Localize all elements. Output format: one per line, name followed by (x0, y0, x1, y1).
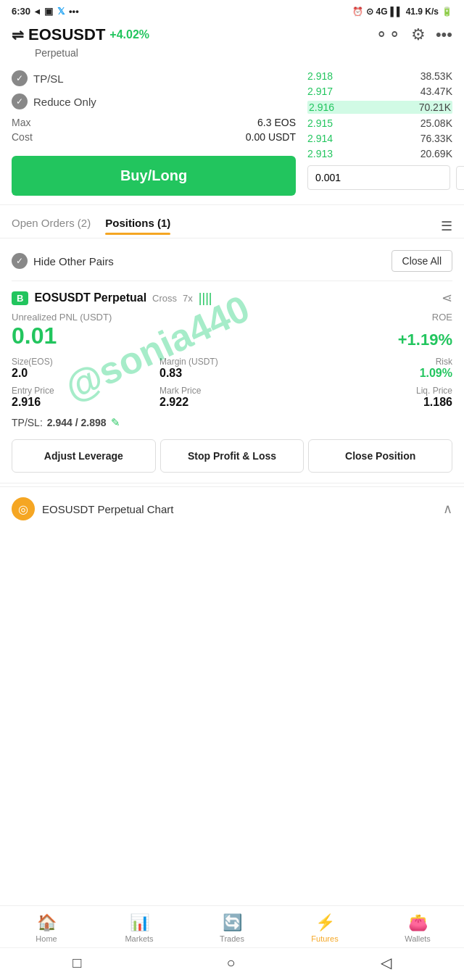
ob-price-3: 2.916 (309, 101, 334, 113)
status-left: 6:30 ◂ ▣ 𝕏 ••• (12, 6, 79, 17)
arrow-icon: ◂ (35, 6, 40, 17)
order-form: ✓ TP/SL ✓ Reduce Only Max 6.3 EOS Cost 0… (12, 70, 296, 196)
close-all-button[interactable]: Close All (392, 250, 452, 272)
status-time: 6:30 (12, 6, 30, 17)
spacer (0, 531, 464, 618)
tpsl-edit-icon[interactable]: ✎ (111, 416, 120, 429)
battery-icon: 🔋 (442, 7, 452, 17)
buy-long-button[interactable]: Buy/Long (12, 156, 296, 196)
symbol-name[interactable]: EOSUSDT (28, 25, 105, 44)
people-icon[interactable]: ⚬⚬ (375, 25, 401, 44)
divider-3 (0, 483, 464, 483)
tabs-row: Open Orders (2) Positions (1) ☰ (0, 208, 464, 235)
risk-metric: Risk 1.09% (307, 357, 452, 380)
order-book: 2.918 38.53K 2.917 43.47K 2.916 70.21K 2… (307, 70, 452, 196)
tpsl-label: TP/SL (33, 72, 64, 85)
status-right: ⏰ ⊙ 4G ▌▌ 41.9 K/s 🔋 (352, 7, 452, 17)
max-label: Max (12, 117, 30, 128)
risk-value: 1.09% (307, 367, 452, 380)
settings-icon[interactable]: ⚙ (411, 25, 426, 44)
tab-open-orders[interactable]: Open Orders (2) (12, 217, 91, 235)
signal-bars-icon: ▌▌ (391, 7, 403, 17)
mark-price-value: 2.922 (160, 396, 304, 409)
liq-price-value: 1.186 (307, 396, 452, 409)
ob-price-2: 2.917 (307, 86, 333, 97)
circle-btn[interactable]: ○ (226, 955, 235, 971)
size-label: Size(EOS) (12, 357, 157, 367)
alarm-icon: ⏰ (352, 7, 363, 17)
ob-size-5: 76.33K (420, 133, 452, 144)
mark-price-label: Mark Price (160, 386, 304, 396)
pnl-section: Unrealized PNL (USDT) ROE 0.01 +1.19% (12, 312, 452, 349)
main-content: ✓ TP/SL ✓ Reduce Only Max 6.3 EOS Cost 0… (0, 65, 464, 202)
futures-icon: ⚡ (315, 913, 335, 932)
margin-metric: Margin (USDT) 0.83 (160, 357, 304, 380)
symbol-type: Perpetual (0, 47, 464, 65)
max-row: Max 6.3 EOS (12, 117, 296, 128)
risk-label: Risk (307, 357, 452, 367)
cross-label: Cross (152, 293, 177, 304)
tpsl-checkbox[interactable]: ✓ (12, 70, 28, 86)
nav-item-home[interactable]: 🏠 Home (25, 913, 68, 943)
chart-label: EOSUSDT Perpetual Chart (42, 503, 173, 515)
ob-size-2: 43.47K (420, 86, 452, 97)
nav-items: 🏠 Home 📊 Markets 🔄 Trades ⚡ Futures 👛 Wa… (0, 906, 464, 947)
futures-label: Futures (311, 934, 338, 943)
action-buttons: Adjust Leverage Stop Profit & Loss Close… (12, 439, 452, 473)
entry-price-label: Entry Price (12, 386, 157, 396)
back-btn[interactable]: ◁ (381, 954, 392, 971)
nav-item-wallets[interactable]: 👛 Wallets (396, 913, 439, 943)
network-icon: 4G (376, 7, 388, 17)
header-actions: ⚬⚬ ⚙ ••• (375, 25, 452, 44)
entry-price-metric: Entry Price 2.916 (12, 386, 157, 409)
adjust-leverage-button[interactable]: Adjust Leverage (12, 439, 156, 473)
swap-icon[interactable]: ⇌ (12, 26, 24, 43)
size-metric: Size(EOS) 2.0 (12, 357, 157, 380)
tab-positions[interactable]: Positions (1) (105, 217, 170, 235)
system-nav-bar: □ ○ ◁ (0, 947, 464, 980)
ob-price-6: 2.913 (307, 148, 333, 159)
liq-price-metric: Liq. Price 1.186 (307, 386, 452, 409)
orders-list-icon[interactable]: ☰ (441, 218, 452, 234)
mark-price-metric: Mark Price 2.922 (160, 386, 304, 409)
divider-1 (0, 204, 464, 205)
tpsl-display-value: 2.944 / 2.898 (47, 417, 107, 428)
home-icon: 🏠 (37, 913, 57, 932)
share-icon[interactable]: ⋖ (442, 290, 452, 306)
reduce-only-checkbox[interactable]: ✓ (12, 94, 28, 109)
reduce-only-label: Reduce Only (33, 96, 96, 108)
reduce-only-row[interactable]: ✓ Reduce Only (12, 94, 296, 109)
close-position-button[interactable]: Close Position (308, 439, 452, 473)
quantity-dropdown[interactable]: ▼ (456, 166, 464, 190)
order-quantity-input[interactable] (307, 165, 450, 190)
chevron-up-icon[interactable]: ∧ (443, 501, 452, 517)
hide-pairs-left: ✓ Hide Other Pairs (12, 253, 114, 269)
nav-item-futures[interactable]: ⚡ Futures (303, 913, 347, 943)
cost-row: Cost 0.00 USDT (12, 131, 296, 143)
hide-pairs-row: ✓ Hide Other Pairs Close All (0, 241, 464, 281)
chart-circle-icon: ◎ (12, 497, 35, 520)
hide-pairs-check[interactable]: ✓ (12, 253, 28, 269)
symbol-section: ⇌ EOSUSDT +4.02% (12, 25, 369, 44)
stop-profit-loss-button[interactable]: Stop Profit & Loss (160, 439, 304, 473)
liq-price-label: Liq. Price (307, 386, 452, 396)
position-symbol: EOSUSDT Perpetual (34, 291, 146, 304)
tpsl-row[interactable]: ✓ TP/SL (12, 70, 296, 86)
nav-item-trades[interactable]: 🔄 Trades (210, 913, 254, 943)
markets-label: Markets (125, 934, 153, 943)
order-info: Max 6.3 EOS Cost 0.00 USDT (12, 117, 296, 143)
max-value: 6.3 EOS (257, 117, 296, 128)
square-btn[interactable]: □ (72, 955, 81, 971)
size-value: 2.0 (12, 367, 157, 380)
nav-item-markets[interactable]: 📊 Markets (117, 913, 161, 943)
more-options-icon[interactable]: ••• (436, 25, 452, 44)
cost-label: Cost (12, 131, 33, 143)
tpsl-display-label: TP/SL: (12, 417, 43, 428)
symbol-change: +4.02% (109, 28, 149, 41)
trades-label: Trades (220, 934, 244, 943)
battery-speed: 41.9 K/s (406, 7, 439, 17)
entry-price-value: 2.916 (12, 396, 157, 409)
divider-2 (0, 238, 464, 238)
markets-icon: 📊 (130, 913, 149, 932)
ob-row-1: 2.918 38.53K (307, 70, 452, 82)
